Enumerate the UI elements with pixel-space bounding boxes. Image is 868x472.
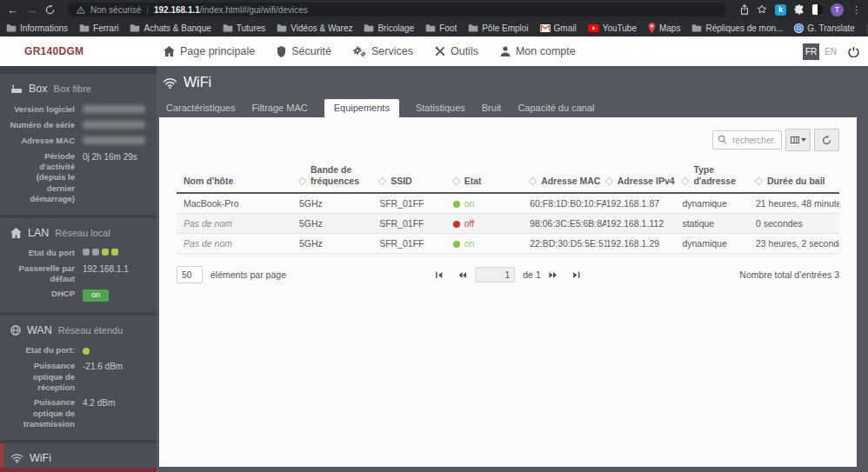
tab-statistiques[interactable]: Statistiques [416, 99, 465, 117]
field-label: Puissance optique de réception [9, 361, 75, 393]
sort-icon[interactable] [451, 177, 460, 186]
sort-icon[interactable] [378, 177, 387, 186]
section-title: Box [29, 83, 48, 95]
field-label: Passerelle par défaut [9, 263, 75, 285]
shield-icon [277, 46, 286, 57]
state-cell: on [453, 193, 530, 214]
bookmark-item-youtube[interactable]: YouTube [588, 23, 637, 33]
mac-cell: 60:F8:1D:B0:10:FA [530, 193, 606, 214]
columns-toggle-button[interactable] [785, 129, 811, 151]
addr-type-cell: statique [682, 214, 756, 234]
dark-mode-extension-icon[interactable] [812, 4, 823, 15]
column-header-band[interactable]: Bande de fréquences [299, 162, 379, 193]
bookmark-star-icon[interactable] [757, 4, 767, 15]
forward-icon[interactable]: → [26, 4, 37, 16]
nav-item-services[interactable]: Services [353, 45, 413, 57]
back-icon[interactable]: ← [7, 4, 18, 16]
nav-item-mon-compte[interactable]: Mon compte [500, 45, 576, 57]
globe-icon [10, 325, 21, 336]
tab-filtrage-mac[interactable]: Filtrage MAC [251, 99, 307, 117]
lan-icon [10, 228, 22, 238]
bookmark-item-gmail[interactable]: Gmail [540, 23, 577, 33]
column-header-ssid[interactable]: SSID [379, 162, 453, 193]
pagination-bar: éléments par page de 1 Nombre total d'en… [177, 266, 839, 283]
column-header-hostname[interactable]: Nom d'hôte [177, 162, 299, 193]
ipv4-cell: 192.168.1.87 [606, 193, 683, 214]
bookmark-item[interactable]: Vidéos & Warez [277, 23, 352, 33]
table-row[interactable]: MacBook-Pro 5GHz SFR_01FF on 60:F8:1D:B0… [177, 193, 839, 214]
tab-bruit[interactable]: Bruit [482, 99, 502, 117]
keepa-extension-icon[interactable]: k [775, 4, 786, 16]
power-icon[interactable] [848, 46, 859, 57]
reload-icon[interactable] [45, 5, 55, 15]
sort-icon[interactable] [298, 177, 307, 186]
refresh-button[interactable] [814, 129, 839, 151]
column-header-lease[interactable]: Durée du bail [756, 162, 839, 193]
next-page-button[interactable] [549, 271, 558, 279]
table-row[interactable]: Pas de nom 5GHz SFR_01FF on 22:BD:30:D5:… [177, 234, 839, 254]
ipv4-cell: 192.168.1.29 [606, 234, 683, 254]
svg-text:G: G [797, 24, 802, 32]
folder-icon [364, 23, 374, 32]
gears-icon [353, 46, 366, 57]
browser-menu-icon[interactable]: ⋮ [851, 4, 861, 16]
last-page-button[interactable] [573, 271, 581, 279]
search-icon [718, 135, 727, 144]
bookmark-item[interactable]: Pôle Emploi [468, 23, 528, 33]
field-label: Version logiciel [9, 104, 75, 115]
ssid-cell: SFR_01FF [379, 214, 453, 234]
band-cell: 5GHz [299, 193, 379, 214]
nav-item-outils[interactable]: Outils [435, 45, 478, 57]
lang-fr-button[interactable]: FR [803, 43, 819, 60]
bookmark-item[interactable]: Ferrari [79, 23, 118, 33]
bookmark-item-maps[interactable]: Maps [648, 23, 680, 33]
previous-page-button[interactable] [457, 271, 467, 279]
column-header-addr-type[interactable]: Type d'adresse [682, 162, 756, 193]
field-label: DHCP [9, 289, 75, 299]
bookmark-item[interactable]: Achats & Banque [130, 23, 210, 33]
table-row[interactable]: Pas de nom 5GHz SFR_01FF off 98:06:3C:E5… [177, 214, 839, 234]
bookmark-item-translate[interactable]: GG. Translate [794, 23, 854, 33]
sort-icon[interactable] [755, 177, 764, 186]
sidebar-section-box: Box Box fibre Version logiciel Numéro de… [0, 74, 157, 215]
share-icon[interactable] [740, 4, 749, 15]
addr-type-cell: dynamique [682, 193, 756, 214]
extensions-puzzle-icon[interactable] [794, 4, 805, 15]
bookmark-item[interactable]: Tutures [223, 23, 266, 33]
table-header-row: Nom d'hôte Bande de fréquences SSID Etat… [177, 162, 839, 193]
sort-icon[interactable] [681, 177, 690, 186]
column-header-etat[interactable]: Etat [453, 162, 530, 193]
column-header-mac[interactable]: Adresse MAC [530, 162, 606, 193]
address-bar[interactable]: Non sécurisé | 192.168.1.1/index.html#/g… [68, 3, 727, 17]
column-header-ipv4[interactable]: Adresse IPv4 [606, 162, 683, 193]
bookmark-item[interactable]: Foot [425, 23, 457, 33]
status-dot [83, 348, 90, 355]
profile-avatar[interactable]: T [831, 3, 844, 17]
nav-item-page-principale[interactable]: Page principale [164, 45, 255, 57]
first-page-button[interactable] [435, 271, 443, 279]
sort-icon[interactable] [604, 177, 613, 186]
tab-equipements[interactable]: Equipements [324, 99, 399, 117]
sort-icon[interactable] [529, 177, 537, 186]
folder-icon [130, 23, 140, 32]
bookmark-item[interactable]: Bricolage [364, 23, 414, 33]
nav-item-securite[interactable]: Sécurité [277, 45, 331, 57]
per-page-label: éléments par page [210, 269, 286, 280]
bookmark-item[interactable]: Répliques de mon... [691, 23, 783, 33]
wifi-tabs: Caractéristiques Filtrage MAC Equipement… [159, 99, 857, 117]
field-label: Etat du port: [9, 345, 75, 356]
translate-icon: G [794, 23, 804, 33]
lease-cell: 23 heures, 2 secondes [756, 234, 839, 254]
tab-capacite-du-canal[interactable]: Capacité du canal [517, 99, 594, 117]
user-icon [500, 46, 511, 57]
url-path: /index.html#/gui/wifi/devices [200, 5, 308, 15]
hostname-cell: MacBook-Pro [177, 193, 299, 214]
per-page-input[interactable] [177, 266, 203, 283]
sidebar-section-lan: LAN Réseau local Etat du port Passerelle… [0, 218, 157, 312]
lang-en-button[interactable]: EN [825, 47, 837, 57]
sidebar-section-wan: WAN Réseau étendu Etat du port: Puissanc… [0, 316, 157, 440]
page-number-input[interactable] [475, 267, 515, 283]
field-label: Numéro de série [9, 120, 75, 130]
tab-caracteristiques[interactable]: Caractéristiques [166, 99, 235, 117]
bookmark-item[interactable]: Informations [6, 23, 68, 33]
